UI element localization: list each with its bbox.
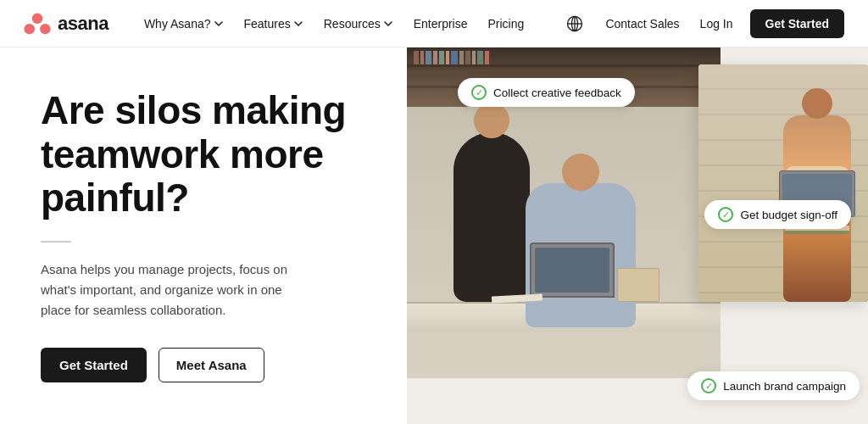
logo-link[interactable]: asana xyxy=(24,12,108,36)
nav-item-resources[interactable]: Resources xyxy=(315,12,402,36)
svg-point-2 xyxy=(40,24,50,34)
log-in-link[interactable]: Log In xyxy=(697,12,737,36)
hero-right: ✓ Collect creative feedback ✓ Get budget… xyxy=(407,47,868,424)
nav-get-started-button[interactable]: Get Started xyxy=(750,9,844,38)
check-circle-icon-2: ✓ xyxy=(718,207,733,222)
hero-subtext: Asana helps you manage projects, focus o… xyxy=(41,259,295,321)
task-badge-3: ✓ Launch brand campaign xyxy=(687,371,860,400)
nav-links: Why Asana? Features Resources Enterprise… xyxy=(136,12,562,36)
hero-left: Are silos making teamwork more painful? … xyxy=(0,47,407,424)
hero-photo-side xyxy=(698,64,868,302)
nav-item-why-asana[interactable]: Why Asana? xyxy=(136,12,232,36)
language-button[interactable] xyxy=(561,10,588,37)
brand-name: asana xyxy=(58,13,108,35)
nav-item-pricing[interactable]: Pricing xyxy=(479,12,532,36)
check-circle-icon-3: ✓ xyxy=(701,378,716,393)
svg-point-0 xyxy=(32,13,42,23)
asana-logo-icon xyxy=(24,12,51,36)
hero-buttons: Get Started Meet Asana xyxy=(41,348,366,382)
task-badge-1: ✓ Collect creative feedback xyxy=(458,78,635,107)
task-badge-2: ✓ Get budget sign-off xyxy=(704,200,851,229)
chevron-down-icon xyxy=(214,19,224,29)
hero-divider xyxy=(41,241,71,243)
hero-section: Are silos making teamwork more painful? … xyxy=(0,47,868,424)
svg-point-1 xyxy=(24,24,34,34)
main-nav: asana Why Asana? Features Resources Ente… xyxy=(0,0,868,47)
nav-item-features[interactable]: Features xyxy=(236,12,312,36)
person-standing xyxy=(453,132,530,302)
globe-icon xyxy=(566,15,583,32)
contact-sales-link[interactable]: Contact Sales xyxy=(602,12,682,36)
nav-item-enterprise[interactable]: Enterprise xyxy=(405,12,476,36)
hero-headline: Are silos making teamwork more painful? xyxy=(41,89,366,220)
hero-get-started-button[interactable]: Get Started xyxy=(41,348,147,382)
hero-meet-asana-button[interactable]: Meet Asana xyxy=(159,348,264,382)
chevron-down-icon xyxy=(383,19,393,29)
chevron-down-icon xyxy=(293,19,303,29)
nav-right: Contact Sales Log In Get Started xyxy=(561,9,844,38)
laptop-main xyxy=(530,243,615,298)
check-circle-icon-1: ✓ xyxy=(471,85,487,100)
